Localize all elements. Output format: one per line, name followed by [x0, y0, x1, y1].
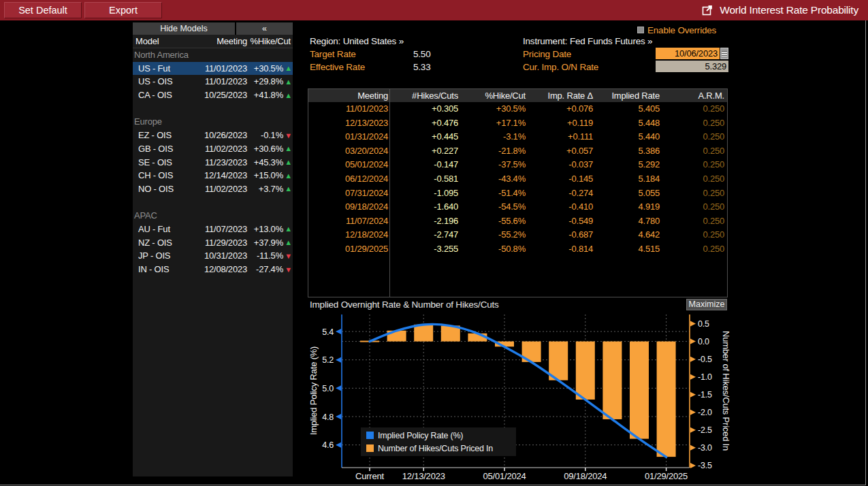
model-meeting: 11/07/2023 [205, 223, 247, 236]
cell-meeting: 06/12/2024 [345, 172, 388, 187]
cell-hikes-cuts: -0.147 [434, 158, 458, 172]
hikes-bar [602, 342, 622, 419]
cell-hikes-cuts: -2.747 [434, 228, 458, 242]
wirp-screen: Set Default Export World Interest Rate P… [0, 0, 868, 486]
maximize-button[interactable]: Maximize [686, 299, 727, 310]
model-name: GB - OIS [138, 142, 173, 156]
model-row-ez-ois[interactable]: EZ - OIS10/26/2023-0.1%▼ [133, 129, 293, 142]
set-default-button[interactable]: Set Default [4, 2, 82, 18]
model-group-label: North America [133, 48, 293, 62]
cell-pct-hike-cut: -55.6% [498, 214, 526, 229]
right-tick-arrow-icon [690, 410, 696, 415]
meeting-row[interactable]: 01/29/2025-3.255-50.8%-0.8144.5150.250 [308, 242, 727, 257]
model-row-us-ois[interactable]: US - OIS11/01/2023+29.8%▲ [133, 75, 293, 88]
models-header-row: Model Meeting %Hike/Cut [133, 35, 293, 48]
implied-rate-chart[interactable]: 5.45.25.04.84.60.50.0-0.5-1.0-1.5-2.0-2.… [308, 311, 732, 486]
meeting-row[interactable]: 06/12/2024-0.581-43.4%-0.1455.1840.250 [308, 172, 727, 187]
legend-label: Number of Hikes/Cuts Priced In [378, 444, 493, 453]
meeting-row[interactable]: 12/18/2024-2.747-55.2%-0.6874.6420.250 [308, 228, 727, 242]
models-col-model: Model [135, 35, 159, 48]
calendar-icon[interactable] [720, 48, 728, 59]
cell-pct-hike-cut: +30.5% [496, 102, 526, 116]
model-row-no-ois[interactable]: NO - OIS11/02/2023+3.7%▲ [133, 182, 293, 196]
down-triangle-icon: ▼ [285, 250, 292, 263]
model-name: NZ - OIS [138, 236, 172, 250]
meeting-row[interactable]: 03/20/2024+0.227-21.8%+0.0575.3860.250 [308, 144, 727, 159]
meeting-row[interactable]: 01/31/2024+0.445-3.1%+0.1115.4400.250 [308, 130, 727, 144]
left-tick-arrow-icon [336, 442, 341, 448]
cell-imp-rate-delta: -0.814 [568, 242, 593, 257]
up-triangle-icon: ▲ [285, 169, 292, 183]
region-label[interactable]: Region: United States » [310, 35, 404, 47]
col-imp-rate-delta: Imp. Rate Δ [548, 89, 593, 102]
right-tick-arrow-icon [690, 374, 696, 380]
meeting-row[interactable]: 11/01/2023+0.305+30.5%+0.0765.4050.250 [308, 102, 727, 116]
up-triangle-icon: ▲ [285, 62, 292, 76]
cell-meeting: 03/20/2024 [345, 144, 388, 159]
model-row-ch-ois[interactable]: CH - OIS12/14/2023+15.0%▲ [133, 169, 293, 182]
x-tick-label: Current [355, 471, 385, 481]
model-pct: -11.5% [257, 249, 283, 263]
cell-imp-rate-delta: -0.274 [568, 187, 593, 201]
model-row-ca-ois[interactable]: CA - OIS10/25/2023+41.8%▲ [133, 88, 293, 102]
right-tick-arrow-icon [690, 357, 696, 362]
enable-overrides-checkbox[interactable] [637, 27, 644, 33]
meeting-row[interactable]: 12/13/2023+0.476+17.1%+0.1195.4480.250 [308, 116, 727, 131]
cell-implied-rate: 5.184 [638, 172, 660, 187]
meeting-row[interactable]: 05/01/2024-0.147-37.5%-0.0375.2920.250 [308, 158, 727, 172]
up-triangle-icon: ▲ [285, 142, 292, 156]
cell-arm: 0.250 [703, 214, 724, 229]
top-toolbar: Set Default Export World Interest Rate P… [0, 0, 868, 20]
meetings-table-header: Meeting #Hikes/Cuts %Hike/Cut Imp. Rate … [308, 89, 727, 102]
cell-pct-hike-cut: -54.5% [498, 200, 526, 214]
model-row-in-ois[interactable]: IN - OIS12/08/2023-27.4%▼ [133, 263, 293, 276]
up-triangle-icon: ▲ [285, 182, 292, 196]
right-axis-title: Number of Hikes/Cuts Priced In [721, 331, 731, 451]
model-name: EZ - OIS [138, 129, 172, 142]
model-pct: +37.9% [254, 236, 283, 250]
model-row-au-fut[interactable]: AU - Fut11/07/2023+13.0%▲ [133, 223, 293, 236]
meeting-row[interactable]: 09/18/2024-1.640-54.5%-0.4104.9190.250 [308, 200, 727, 214]
meeting-row[interactable]: 07/31/2024-1.095-51.4%-0.2745.0550.250 [308, 187, 727, 201]
cell-pct-hike-cut: -21.8% [498, 144, 526, 159]
pricing-date-input[interactable]: 10/06/2023 [656, 48, 720, 59]
instrument-label[interactable]: Instrument: Fed Funds Futures » [523, 35, 652, 47]
model-meeting: 10/25/2023 [204, 88, 247, 102]
open-external-icon[interactable] [702, 5, 713, 16]
cell-pct-hike-cut: +17.1% [496, 116, 526, 131]
model-name: US - Fut [138, 62, 170, 76]
model-pct: +30.6% [254, 142, 283, 156]
down-triangle-icon: ▼ [285, 129, 292, 143]
model-row-gb-ois[interactable]: GB - OIS11/02/2023+30.6%▲ [133, 142, 293, 156]
hide-models-button[interactable]: Hide Models [133, 22, 235, 35]
cell-meeting: 01/29/2025 [345, 242, 388, 257]
col-arm: A.R.M. [698, 89, 724, 102]
cur-imp-rate-input[interactable]: 5.329 [656, 61, 728, 72]
table-column-divider [389, 89, 390, 297]
cell-implied-rate: 4.515 [638, 242, 660, 257]
model-row-nz-ois[interactable]: NZ - OIS11/29/2023+37.9%▲ [133, 236, 293, 250]
meeting-row[interactable]: 11/07/2024-2.196-55.6%-0.5494.7800.250 [308, 214, 727, 229]
model-name: CH - OIS [138, 169, 173, 182]
cell-imp-rate-delta: -0.549 [568, 214, 593, 229]
col-implied-rate: Implied Rate [611, 89, 660, 102]
collapse-panel-button[interactable]: « [236, 22, 293, 35]
model-row-jp-ois[interactable]: JP - OIS10/31/2023-11.5%▼ [133, 249, 293, 263]
model-meeting: 11/29/2023 [205, 236, 247, 250]
legend-swatch-icon [366, 444, 374, 452]
effective-rate-label: Effective Rate [310, 61, 365, 73]
model-row-se-ois[interactable]: SE - OIS11/23/2023+45.3%▲ [133, 156, 293, 169]
model-meeting: 11/01/2023 [205, 62, 247, 76]
enable-overrides-label: Enable Overrides [647, 25, 716, 36]
cell-meeting: 11/01/2023 [346, 102, 388, 116]
export-button[interactable]: Export [84, 2, 162, 18]
group-spacer [133, 196, 293, 210]
left-tick-label: 4.6 [322, 440, 334, 450]
cell-implied-rate: 5.448 [638, 116, 660, 131]
model-pct: +29.8% [254, 75, 283, 88]
legend-label: Implied Policy Rate (%) [378, 431, 463, 440]
model-pct: -0.1% [261, 129, 283, 142]
chart-title: Implied Overnight Rate & Number of Hikes… [310, 299, 499, 310]
model-row-us-fut[interactable]: US - Fut11/01/2023+30.5%▲ [133, 62, 293, 76]
cell-implied-rate: 4.919 [638, 200, 660, 214]
